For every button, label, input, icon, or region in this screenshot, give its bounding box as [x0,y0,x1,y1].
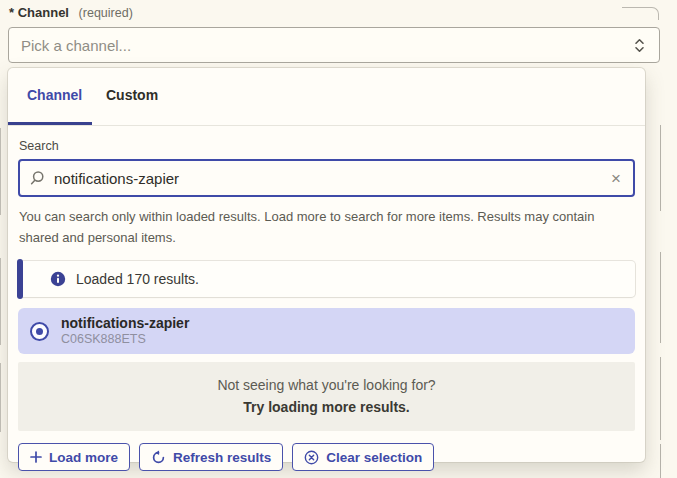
load-more-label: Load more [49,450,118,465]
tab-custom[interactable]: Custom [92,68,172,125]
background-field-edge [660,357,661,440]
background-field-edge [0,258,1,345]
channel-select[interactable]: Pick a channel... [8,27,660,63]
background-field-edge [0,363,1,432]
info-banner-text: Loaded 170 results. [76,271,199,287]
background-field-edge [660,125,661,211]
background-field-edge [660,444,661,478]
clear-selection-button[interactable]: Clear selection [292,443,434,471]
picker-tabs: Channel Custom [8,68,645,126]
result-title: notifications-zapier [61,315,189,332]
result-subtitle: C06SK888ETS [61,332,189,347]
search-input[interactable] [45,170,609,187]
refresh-icon [151,450,166,465]
background-field-edge [0,128,1,215]
load-more-button[interactable]: Load more [18,443,130,471]
result-texts: notifications-zapier C06SK888ETS [61,315,189,347]
info-banner: Loaded 170 results. [18,261,635,297]
info-banner-accent-bar [17,259,23,299]
channel-field-label: * Channel (required) [9,5,133,20]
chevron-up-down-icon [632,37,647,54]
background-field-edge [660,252,661,343]
refresh-results-button[interactable]: Refresh results [139,443,283,471]
clear-selection-label: Clear selection [326,450,422,465]
tab-channel[interactable]: Channel [8,68,92,125]
picker-actions: Load more Refresh results [18,443,635,471]
load-more-hint-line1: Not seeing what you're looking for? [18,374,635,396]
clear-search-icon[interactable]: × [609,170,623,187]
plus-icon [30,451,42,463]
search-help-text: You can search only within loaded result… [19,206,619,248]
field-label-text: Channel [18,5,69,20]
search-label: Search [19,139,635,153]
x-circle-icon [304,450,319,465]
search-input-wrapper: × [18,159,635,197]
required-note: (required) [79,6,133,20]
result-option-selected[interactable]: notifications-zapier C06SK888ETS [18,308,635,354]
load-more-hint-line2: Try loading more results. [18,396,635,418]
required-marker: * [9,5,14,20]
info-icon [50,271,66,287]
channel-picker-dropdown: Channel Custom Search × You can search o… [8,68,645,462]
radio-selected-icon [30,322,49,341]
magnifier-icon [30,170,45,186]
load-more-hint: Not seeing what you're looking for? Try … [18,362,635,431]
select-placeholder: Pick a channel... [21,37,131,54]
background-field-corner [622,7,659,20]
refresh-results-label: Refresh results [173,450,271,465]
picker-body: Search × You can search only within load… [8,139,645,471]
